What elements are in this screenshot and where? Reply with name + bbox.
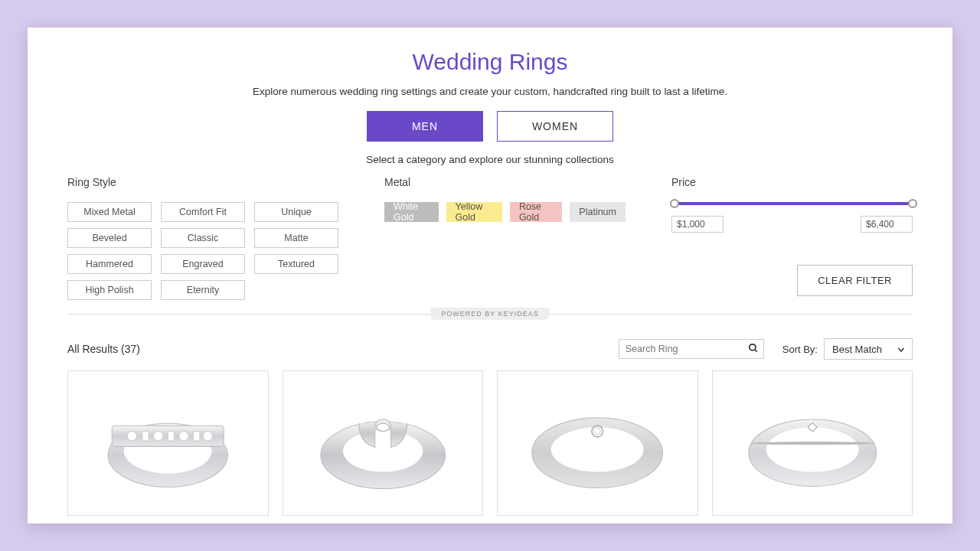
sort-selected-value: Best Match [832,344,882,355]
style-option[interactable]: Matte [254,228,338,248]
price-slider[interactable] [671,202,913,205]
results-bar: All Results (37) Sort By: Best Match [67,338,913,360]
results-count: All Results (37) [67,343,619,355]
metal-options-row: White GoldYellow GoldRose GoldPlatinum [384,202,626,222]
svg-point-14 [376,423,389,431]
metal-option[interactable]: Platinum [570,202,626,222]
product-card[interactable] [497,370,698,516]
price-slider-min-handle[interactable] [670,199,679,208]
svg-rect-10 [194,431,200,441]
ring-image [88,386,247,500]
style-option[interactable]: Beveled [67,228,152,248]
svg-point-20 [766,427,858,471]
svg-point-11 [203,431,213,441]
ring-image [518,386,677,500]
product-card[interactable] [67,370,269,516]
sort-select[interactable]: Best Match [824,338,913,360]
price-max-input[interactable] [861,216,913,233]
style-option[interactable]: Engraved [161,254,245,274]
filter-metal: Metal White GoldYellow GoldRose GoldPlat… [384,176,626,300]
svg-point-9 [179,431,189,441]
select-category-text: Select a category and explore our stunni… [67,154,913,165]
product-card[interactable] [283,370,484,516]
price-inputs [671,216,913,233]
svg-rect-6 [142,431,149,441]
product-grid [67,370,913,516]
style-option[interactable]: Textured [254,254,338,274]
ring-style-label: Ring Style [67,176,338,188]
filter-ring-style: Ring Style Mixed MetalComfort FitUniqueB… [67,176,338,300]
metal-option[interactable]: Rose Gold [510,202,562,222]
price-label: Price [671,176,913,188]
metal-label: Metal [384,176,626,188]
clear-filter-button[interactable]: CLEAR FILTER [797,265,913,296]
ring-image [303,386,462,500]
search-icon[interactable] [748,343,759,354]
search-input[interactable] [619,339,764,359]
style-option[interactable]: Unique [254,202,338,222]
svg-point-7 [153,431,163,441]
filters-row: Ring Style Mixed MetalComfort FitUniqueB… [67,176,913,300]
svg-rect-8 [168,431,174,441]
style-option[interactable]: Comfort Fit [161,202,245,222]
svg-point-13 [343,430,423,471]
svg-point-5 [127,431,137,441]
svg-point-18 [594,428,600,434]
gender-tabs: MEN WOMEN [67,111,913,142]
metal-option[interactable]: White Gold [384,202,439,222]
filter-price: Price CLEAR FILTER [671,176,913,300]
style-option[interactable]: Hammered [67,254,152,274]
style-option[interactable]: Classic [161,228,245,248]
style-option[interactable]: Mixed Metal [67,202,152,222]
tab-men[interactable]: MEN [367,111,483,142]
svg-point-0 [750,344,756,350]
ring-image [733,386,892,500]
ring-style-grid: Mixed MetalComfort FitUniqueBeveledClass… [67,202,338,300]
svg-point-21 [750,442,874,445]
search-wrap [619,339,764,359]
chevron-down-icon [897,345,906,354]
powered-by-badge: POWERED BY KEYIDEAS [430,308,549,320]
style-option[interactable]: Eternity [161,280,245,300]
price-min-input[interactable] [671,216,724,233]
main-container: Wedding Rings Explore numerous wedding r… [28,28,952,523]
svg-line-1 [755,350,757,352]
page-subtitle: Explore numerous wedding ring settings a… [67,86,913,97]
divider: POWERED BY KEYIDEAS [67,306,913,321]
sort-by-label: Sort By: [782,344,818,355]
tab-women[interactable]: WOMEN [497,111,613,142]
page-title: Wedding Rings [67,49,913,75]
metal-option[interactable]: Yellow Gold [446,202,502,222]
style-option[interactable]: High Polish [67,280,152,300]
price-slider-max-handle[interactable] [908,199,917,208]
product-card[interactable] [712,370,913,516]
